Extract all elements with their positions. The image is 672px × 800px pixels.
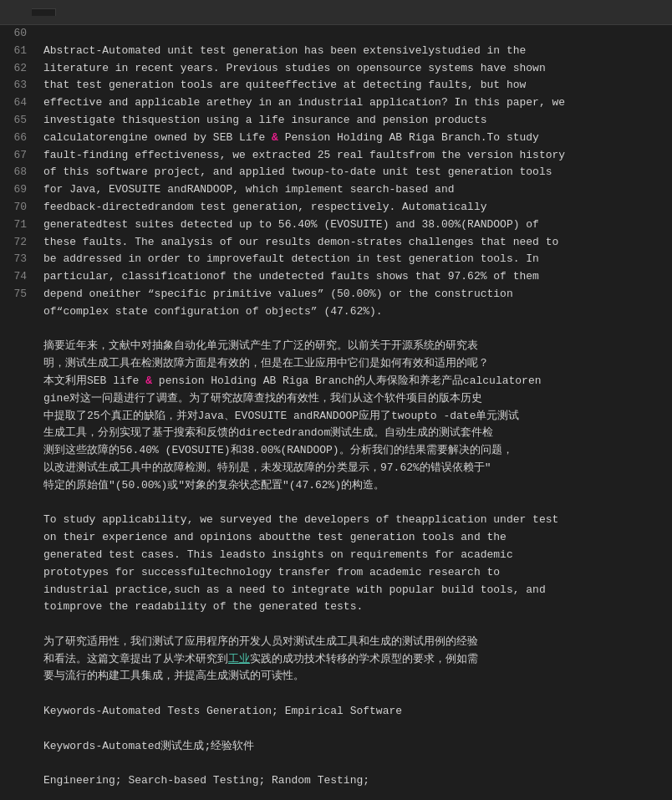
line-number: 68	[7, 164, 27, 181]
editor-line: Keywords-Automated Tests Generation; Emp…	[43, 703, 665, 721]
editor-line: 摘要近年来，文献中对抽象自动化单元测试产生了广泛的研究。以前关于开源系统的研究表…	[43, 338, 665, 494]
editor-container: 60616263646566676869707172737475 Abstrac…	[0, 25, 672, 800]
line-content: Engineering; Search-based Testing; Rando…	[43, 772, 369, 790]
editor-line	[43, 495, 665, 512]
line-number: 66	[7, 130, 27, 147]
next-arrow[interactable]	[18, 11, 25, 14]
line-number: 71	[7, 217, 27, 234]
editor-line: 为了研究适用性，我们测试了应用程序的开发人员对测试生成工具和生成的测试用例的经验…	[43, 634, 665, 685]
line-number: 69	[7, 181, 27, 199]
highlight-ampersand: &	[272, 131, 278, 144]
file-tab[interactable]	[32, 8, 56, 16]
line-number: 67	[7, 147, 27, 165]
prev-arrow[interactable]	[7, 11, 13, 14]
title-bar	[0, 0, 672, 25]
editor-line: Abstract-Automated unit test generation …	[43, 43, 665, 321]
line-number: 62	[7, 60, 27, 78]
highlight-underline: 工业	[228, 653, 250, 665]
nav-arrows[interactable]	[7, 11, 25, 14]
line-content: Keywords-Automated测试生成;经验软件	[43, 738, 254, 756]
editor-line	[43, 790, 665, 800]
editor-line: Engineering; Search-based Testing; Rando…	[43, 772, 665, 790]
editor-line	[43, 721, 665, 738]
editor-line	[43, 321, 665, 339]
editor-line: To study applicability, we surveyed the …	[43, 512, 665, 616]
editor-line	[43, 685, 665, 703]
line-number: 70	[7, 199, 27, 217]
content-area[interactable]: Abstract-Automated unit test generation …	[37, 25, 672, 800]
editor-line	[43, 616, 665, 634]
line-number: 63	[7, 77, 27, 94]
editor-line: Keywords-Automated测试生成;经验软件	[43, 738, 665, 756]
line-number: 72	[7, 234, 27, 252]
line-content: 为了研究适用性，我们测试了应用程序的开发人员对测试生成工具和生成的测试用例的经验…	[43, 634, 478, 685]
line-numbers: 60616263646566676869707172737475	[0, 25, 37, 800]
line-number: 73	[7, 251, 27, 268]
line-content: To study applicability, we surveyed the …	[43, 512, 558, 616]
editor-line	[43, 25, 665, 43]
line-number: 74	[7, 268, 27, 286]
line-number: 65	[7, 112, 27, 130]
line-content: Abstract-Automated unit test generation …	[43, 43, 565, 321]
line-number: 64	[7, 94, 27, 112]
line-number: 60	[7, 25, 27, 43]
line-number: 75	[7, 286, 27, 303]
line-number: 61	[7, 43, 27, 60]
line-content: 摘要近年来，文献中对抽象自动化单元测试产生了广泛的研究。以前关于开源系统的研究表…	[43, 338, 542, 494]
highlight-ampersand: &	[145, 375, 152, 387]
line-content: Keywords-Automated Tests Generation; Emp…	[43, 703, 402, 721]
editor-line	[43, 755, 665, 772]
